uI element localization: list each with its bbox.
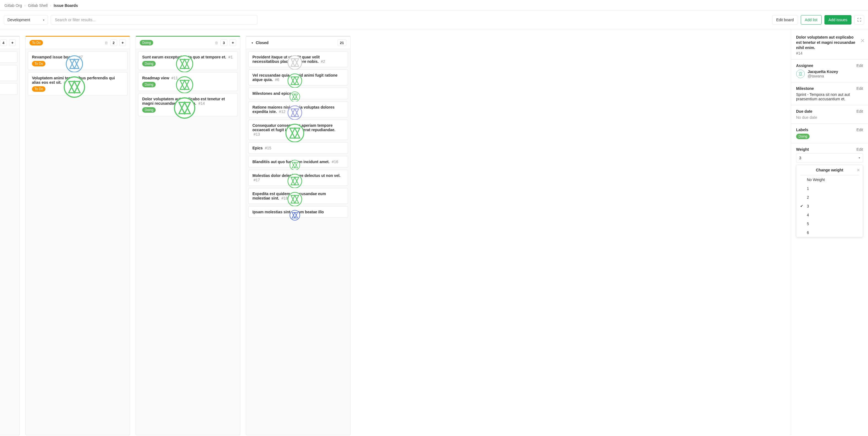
weight-option-label: No Weight	[807, 178, 825, 182]
assignee-handle: @tawana	[808, 74, 838, 78]
avatar-icon	[796, 69, 805, 78]
weight-label: Weight	[796, 147, 863, 152]
caret-down-icon[interactable]: ▾	[252, 41, 253, 44]
svg-point-14	[288, 192, 302, 206]
edit-due-date-button[interactable]: Edit	[857, 109, 863, 114]
issue-card[interactable]: Sunt earum excepturi dicta quo at tempor…	[138, 51, 238, 70]
svg-point-5	[176, 76, 193, 93]
board-column-todo: To Do 🗑 2 + Revamped issue boards #7 To …	[25, 36, 130, 435]
chevron-right-icon: ›	[50, 4, 51, 7]
weight-option[interactable]: ✔ 3	[796, 202, 863, 211]
edit-board-button[interactable]: Edit board	[772, 15, 798, 25]
edit-weight-button[interactable]: Edit	[857, 147, 863, 152]
edit-milestone-button[interactable]: Edit	[857, 86, 863, 91]
issue-sidebar: Dolor voluptatem aut explicabo est tenet…	[791, 29, 868, 435]
weight-option[interactable]: No Weight	[796, 175, 863, 184]
weight-option[interactable]: 1	[796, 184, 863, 193]
column-count: 3	[220, 39, 227, 46]
weight-option-label: 5	[807, 222, 809, 226]
svg-point-3	[64, 77, 85, 97]
avatar-icon	[246, 105, 344, 120]
issue-card[interactable]: Epics #15	[248, 142, 348, 154]
issue-card[interactable]: Roadmap view #11 Doing	[138, 72, 238, 91]
weight-option[interactable]: 5	[796, 219, 863, 228]
issue-card[interactable]: sunt	[0, 51, 18, 63]
milestone-label: Milestone	[796, 86, 863, 91]
sidebar-ref: #14	[796, 51, 863, 55]
avatar-icon	[135, 55, 234, 73]
delete-column-button[interactable]: 🗑	[104, 41, 108, 45]
close-dropdown-button[interactable]: ✕	[857, 168, 860, 172]
svg-point-6	[175, 98, 195, 118]
card-ref: #15	[265, 146, 271, 150]
avatar-icon	[25, 76, 124, 98]
add-issues-button[interactable]: Add issues	[825, 15, 851, 25]
issue-card[interactable]: Voluptatem animi temporibus perferendis …	[28, 72, 128, 95]
check-icon: ✔	[800, 204, 803, 208]
breadcrumb-item[interactable]: Gitlab Shell	[28, 3, 48, 8]
issue-card[interactable]	[0, 83, 18, 95]
add-card-button[interactable]: +	[119, 39, 126, 46]
milestone-value: Sprint - Tempora sit non aut aut praesen…	[796, 92, 863, 101]
expand-icon: ⛶	[857, 18, 861, 22]
board-toolbar: Development ▾ Edit board Add list Add is…	[0, 11, 868, 29]
issue-card[interactable]: Vel recusandae quia aliquid animi fugit …	[248, 69, 348, 86]
svg-point-7	[288, 56, 302, 69]
board-columns: 4 + sunt x non #8 To Do 🗑	[0, 29, 868, 435]
issue-card[interactable]: Blanditiis aut quo fugit non incidunt am…	[248, 156, 348, 167]
edit-assignee-button[interactable]: Edit	[857, 63, 863, 68]
avatar-icon	[25, 55, 124, 73]
column-count: 4	[0, 39, 7, 46]
weight-option-label: 2	[807, 195, 809, 199]
chevron-down-icon: ▾	[43, 19, 44, 22]
svg-point-8	[288, 74, 302, 88]
delete-column-button[interactable]: 🗑	[215, 41, 218, 45]
svg-point-11	[286, 124, 304, 142]
issue-card[interactable]: Milestones and epics #4	[248, 88, 348, 99]
weight-option[interactable]: 2	[796, 193, 863, 202]
avatar-icon	[135, 76, 234, 94]
issue-card[interactable]: Ratione maiores nisi officia voluptas do…	[248, 101, 348, 117]
avatar-icon	[246, 73, 344, 89]
avatar-icon	[135, 97, 234, 119]
issue-card[interactable]: Dolor voluptatem aut explicabo est tenet…	[138, 93, 238, 116]
weight-option[interactable]: 6	[796, 228, 863, 237]
weight-value: 3	[799, 156, 801, 160]
add-list-button[interactable]: Add list	[801, 15, 822, 25]
weight-dropdown: Change weight ✕ No Weight 1 2 ✔ 3 4 5	[796, 165, 863, 237]
breadcrumb-item[interactable]: Gitlab Org	[4, 3, 22, 8]
weight-option[interactable]: 4	[796, 211, 863, 219]
assignee-label: Assignee	[796, 63, 863, 68]
svg-point-13	[288, 174, 302, 188]
svg-point-12	[290, 160, 300, 170]
column-label: To Do	[30, 40, 43, 45]
close-sidebar-button[interactable]: ×	[861, 36, 865, 45]
weight-select[interactable]: 3 ▾	[796, 153, 863, 163]
fullscreen-button[interactable]: ⛶	[854, 15, 864, 25]
issue-card[interactable]: x non #8	[0, 65, 18, 81]
issue-card[interactable]: Provident itaque ut ut velit quae velit …	[248, 51, 348, 67]
issue-card[interactable]: Molestias dolor deleniti iure delectus u…	[248, 170, 348, 186]
weight-option-label: 4	[807, 213, 809, 217]
avatar-icon	[246, 123, 344, 143]
board-column-closed: ▾ Closed 21 Provident itaque ut ut velit…	[246, 36, 350, 435]
avatar-icon	[246, 160, 344, 170]
board-column-partial: 4 + sunt x non #8	[0, 36, 20, 435]
weight-option-label: 1	[807, 186, 809, 191]
issue-card[interactable]: Ipsam molestias sint et eum beatae illo	[248, 206, 348, 218]
svg-point-16	[796, 70, 805, 78]
issue-card[interactable]: Consequatur consequatur aperiam tempore …	[248, 120, 348, 140]
board-selector[interactable]: Development ▾	[4, 15, 48, 25]
dropdown-title: Change weight	[816, 168, 843, 172]
column-label: Doing	[140, 40, 153, 45]
card-ref: #1	[228, 55, 233, 59]
issue-card[interactable]: Revamped issue boards #7 To Do	[28, 51, 128, 70]
search-input[interactable]	[51, 15, 257, 25]
issue-card[interactable]: Expedita est quidem et recusandae eum mo…	[248, 188, 348, 204]
avatar-icon	[0, 55, 14, 66]
assignee-name: Jacquetta Kozey	[808, 69, 838, 74]
add-card-button[interactable]: +	[229, 39, 236, 46]
board-column-doing: Doing 🗑 3 + Sunt earum excepturi dicta q…	[135, 36, 240, 435]
edit-labels-button[interactable]: Edit	[857, 128, 863, 132]
add-card-button[interactable]: +	[9, 39, 16, 46]
